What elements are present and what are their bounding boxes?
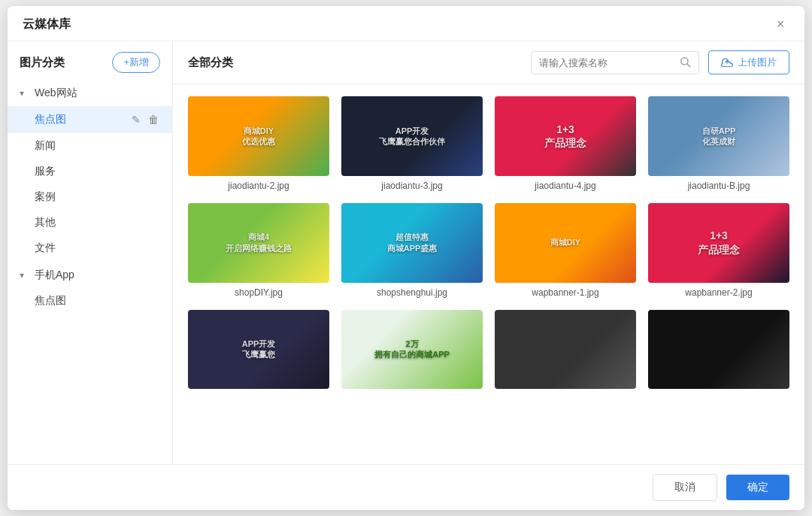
sidebar-section-title: 图片分类 (20, 56, 65, 70)
close-button[interactable]: × (771, 15, 789, 33)
sidebar-item-label: 新闻 (35, 139, 56, 153)
sidebar-group-header-web[interactable]: ▾ Web网站 (8, 80, 172, 106)
sidebar-item-label: 文件 (35, 241, 56, 255)
main-toolbar-title: 全部分类 (188, 56, 233, 70)
upload-label: 上传图片 (738, 56, 777, 69)
image-name-7: wapbanner-2.jpg (648, 287, 789, 298)
image-item-9[interactable]: 2万拥有自己的商城APP (341, 310, 483, 394)
sidebar-item-actions: ✎ 🗑 (130, 112, 160, 127)
search-icon (679, 56, 691, 70)
image-thumb-3: 自研APP化英成财 (648, 96, 789, 176)
image-thumb-2: 1+3产品理念 (495, 96, 636, 176)
image-name-5: shopshenghui.jpg (341, 287, 483, 298)
sidebar-item-label: 案例 (35, 190, 56, 204)
image-name-1: jiaodiantu-3.jpg (341, 181, 483, 191)
dialog-header: 云媒体库 × (8, 6, 804, 41)
images-grid: 商城DIY优选优惠 jiaodiantu-2.jpg APP开发飞鹰赢您合作伙伴… (173, 84, 804, 464)
image-item-7[interactable]: 1+3产品理念 wapbanner-2.jpg (648, 203, 789, 298)
images-grid-inner: 商城DIY优选优惠 jiaodiantu-2.jpg APP开发飞鹰赢您合作伙伴… (188, 96, 789, 393)
image-name-4: shopDIY.jpg (188, 287, 329, 298)
sidebar-item-label: 焦点图 (35, 294, 66, 308)
sidebar-group-app: ▾ 手机App 焦点图 (8, 263, 172, 314)
edit-icon[interactable]: ✎ (130, 112, 142, 127)
image-thumb-8: APP开发飞鹰赢您 (188, 310, 329, 390)
sidebar-group-header-app[interactable]: ▾ 手机App (8, 263, 172, 288)
dialog-footer: 取消 确定 (8, 464, 804, 510)
cancel-button[interactable]: 取消 (653, 474, 717, 501)
sidebar-item-web-other[interactable]: 其他 (8, 210, 172, 235)
sidebar-item-web-news[interactable]: 新闻 (8, 133, 172, 159)
image-item-11[interactable] (648, 310, 789, 394)
sidebar-group-label-web: Web网站 (35, 87, 77, 100)
chevron-down-icon: ▾ (20, 88, 30, 99)
confirm-button[interactable]: 确定 (726, 475, 789, 500)
delete-icon[interactable]: 🗑 (147, 112, 160, 127)
chevron-down-icon-app: ▾ (20, 270, 30, 281)
sidebar-item-web-case[interactable]: 案例 (8, 184, 172, 210)
dialog-title: 云媒体库 (23, 17, 71, 32)
sidebar-item-web-jiaodiantu[interactable]: 焦点图 ✎ 🗑 (8, 106, 172, 133)
sidebar-item-label: 其他 (35, 216, 56, 229)
image-item-3[interactable]: 自研APP化英成财 jiaodiantu-B.jpg (648, 96, 789, 191)
dialog-body: 图片分类 +新增 ▾ Web网站 焦点图 ✎ 🗑 新闻 (8, 41, 804, 464)
sidebar-top: 图片分类 +新增 (8, 41, 172, 80)
image-name-2: jiaodiantu-4.jpg (495, 181, 636, 191)
image-name-3: jiaodiantu-B.jpg (648, 181, 789, 191)
upload-cloud-icon (721, 56, 733, 69)
image-item-1[interactable]: APP开发飞鹰赢您合作伙伴 jiaodiantu-3.jpg (341, 96, 483, 191)
image-name-6: wapbanner-1.jpg (495, 287, 636, 298)
sidebar-item-app-jiaodiantu[interactable]: 焦点图 (8, 288, 172, 314)
main-toolbar: 全部分类 (173, 41, 804, 84)
sidebar-item-label: 焦点图 (35, 113, 66, 126)
image-item-5[interactable]: 超值特惠商城APP盛惠 shopshenghui.jpg (341, 203, 483, 298)
sidebar: 图片分类 +新增 ▾ Web网站 焦点图 ✎ 🗑 新闻 (8, 41, 173, 464)
sidebar-item-label: 服务 (35, 165, 56, 178)
sidebar-group-label-app: 手机App (35, 269, 74, 282)
svg-line-1 (687, 64, 690, 67)
image-thumb-0: 商城DIY优选优惠 (188, 96, 329, 176)
image-thumb-10 (495, 310, 636, 390)
image-thumb-6: 商城DIY (495, 203, 636, 283)
image-item-8[interactable]: APP开发飞鹰赢您 (188, 310, 329, 394)
image-item-10[interactable] (495, 310, 636, 394)
main-content: 全部分类 (173, 41, 804, 464)
sidebar-item-web-file[interactable]: 文件 (8, 235, 172, 261)
upload-button[interactable]: 上传图片 (708, 50, 789, 74)
media-library-dialog: 云媒体库 × 图片分类 +新增 ▾ Web网站 焦点图 ✎ 🗑 (8, 6, 804, 510)
image-item-2[interactable]: 1+3产品理念 jiaodiantu-4.jpg (495, 96, 636, 191)
search-box (531, 51, 699, 74)
image-thumb-9: 2万拥有自己的商城APP (341, 310, 483, 390)
image-name-0: jiaodiantu-2.jpg (188, 181, 329, 191)
search-input[interactable] (539, 57, 674, 68)
image-thumb-4: 商城4开启网络赚钱之路 (188, 203, 329, 283)
toolbar-right: 上传图片 (531, 50, 789, 74)
image-thumb-1: APP开发飞鹰赢您合作伙伴 (341, 96, 483, 176)
image-thumb-7: 1+3产品理念 (648, 203, 789, 283)
sidebar-group-web: ▾ Web网站 焦点图 ✎ 🗑 新闻 服务 案例 (8, 80, 172, 261)
image-item-6[interactable]: 商城DIY wapbanner-1.jpg (495, 203, 636, 298)
image-thumb-5: 超值特惠商城APP盛惠 (341, 203, 483, 283)
image-item-4[interactable]: 商城4开启网络赚钱之路 shopDIY.jpg (188, 203, 329, 298)
add-category-button[interactable]: +新增 (112, 52, 160, 73)
sidebar-item-web-service[interactable]: 服务 (8, 159, 172, 184)
image-item-0[interactable]: 商城DIY优选优惠 jiaodiantu-2.jpg (188, 96, 329, 191)
image-thumb-11 (648, 310, 789, 390)
